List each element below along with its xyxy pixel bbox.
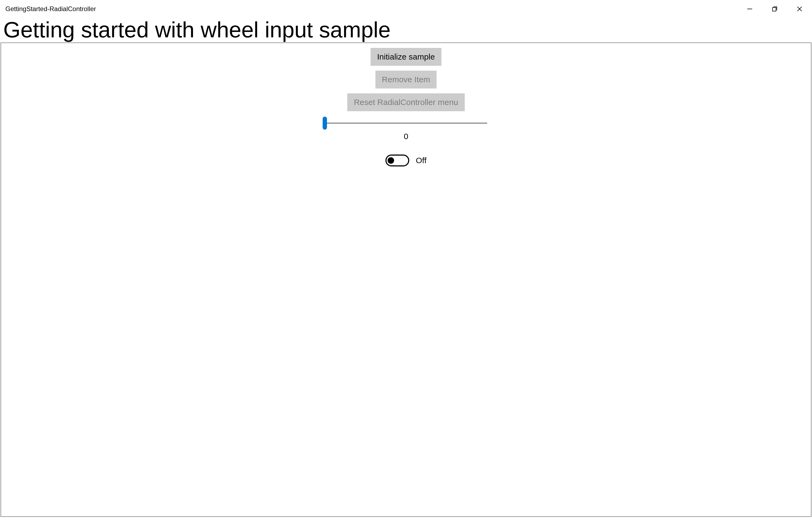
maximize-button[interactable] bbox=[762, 0, 787, 18]
initialize-sample-button[interactable]: Initialize sample bbox=[371, 48, 441, 66]
window-title: GettingStarted-RadialController bbox=[5, 5, 96, 13]
minimize-button[interactable] bbox=[737, 0, 762, 18]
value-slider[interactable] bbox=[325, 123, 487, 124]
maximize-icon bbox=[772, 6, 778, 12]
window-titlebar: GettingStarted-RadialController bbox=[0, 0, 812, 18]
close-button[interactable] bbox=[787, 0, 812, 18]
window-controls bbox=[737, 0, 812, 18]
svg-rect-1 bbox=[772, 7, 776, 11]
toggle-switch[interactable] bbox=[386, 154, 409, 166]
reset-radialcontroller-menu-button[interactable]: Reset RadialController menu bbox=[347, 93, 465, 111]
minimize-icon bbox=[747, 6, 753, 12]
content-frame: Initialize sample Remove Item Reset Radi… bbox=[1, 43, 811, 517]
toggle-state-label: Off bbox=[416, 156, 426, 165]
slider-track bbox=[325, 123, 487, 124]
page-title: Getting started with wheel input sample bbox=[0, 18, 812, 43]
slider-value-label: 0 bbox=[404, 132, 408, 141]
toggle-row: Off bbox=[386, 154, 426, 166]
toggle-knob bbox=[388, 157, 394, 164]
close-icon bbox=[796, 6, 803, 12]
slider-thumb[interactable] bbox=[322, 117, 327, 130]
remove-item-button[interactable]: Remove Item bbox=[375, 71, 437, 89]
